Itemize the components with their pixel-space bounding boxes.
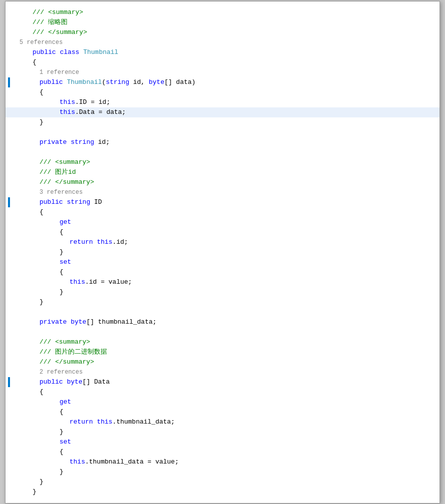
editor-window: /// <summary> /// 缩略图 /// </summary> 5 r… (5, 1, 440, 504)
keyword: public (32, 48, 56, 56)
gutter-bar (8, 377, 10, 387)
ref-count: 5 references (12, 37, 440, 47)
code-line: { (6, 227, 440, 237)
line-content: private byte[] thumbnail_data; (12, 317, 440, 327)
line-content: } (12, 297, 440, 307)
line-content: } (12, 487, 440, 497)
code-line (6, 147, 440, 157)
code-line: { (6, 447, 440, 457)
line-content: /// 图片id (12, 167, 440, 177)
code-area: /// <summary> /// 缩略图 /// </summary> 5 r… (6, 7, 440, 497)
line-content: { (12, 227, 440, 237)
line-content: } (12, 247, 440, 257)
code-line: public class Thumbnail (6, 47, 440, 57)
line-content: /// </summary> (12, 357, 440, 367)
line-content: { (12, 57, 440, 67)
code-line: /// 图片id (6, 167, 440, 177)
line-content: } (12, 467, 440, 477)
code-line: { (6, 267, 440, 277)
code-line (6, 127, 440, 137)
meta-line: 2 references (6, 367, 440, 377)
code-line: get (6, 217, 440, 227)
line-content: { (12, 407, 440, 417)
code-line: set (6, 257, 440, 267)
line-content: return this.thumbnail_data; (12, 417, 440, 427)
code-line: } (6, 467, 440, 477)
line-content: } (12, 117, 440, 127)
code-line: /// </summary> (6, 177, 440, 187)
code-line: /// 图片的二进制数据 (6, 347, 440, 357)
code-line: /// <summary> (6, 337, 440, 347)
ref-count: 2 references (12, 367, 82, 377)
line-content: /// 图片的二进制数据 (12, 347, 440, 357)
code-line: } (6, 297, 440, 307)
code-line: { (6, 57, 440, 67)
keyword: class (60, 48, 80, 56)
line-content: /// 缩略图 (12, 17, 440, 27)
meta-line: 5 references (6, 37, 440, 47)
code-line-highlighted: this.Data = data; (6, 107, 440, 117)
zh-text: 缩略图 (48, 18, 68, 26)
line-content: /// </summary> (12, 27, 440, 37)
line-content: public Thumbnail(string id, byte[] data) (12, 77, 440, 87)
line-content: /// <summary> (12, 337, 440, 347)
code-line: /// <summary> (6, 7, 440, 17)
gutter-bar (8, 197, 10, 207)
line-content: this.ID = id; (12, 97, 440, 107)
meta-line: 1 reference (6, 67, 440, 77)
line-content: this.Data = data; (12, 107, 440, 117)
comment-text: /// </summary> (32, 28, 87, 36)
code-line: public string ID (6, 197, 440, 207)
code-line: this.id = value; (6, 277, 440, 287)
code-line: { (6, 407, 440, 417)
gutter-bar (8, 77, 10, 87)
line-content: public string ID (12, 197, 440, 207)
gutter (6, 377, 12, 387)
code-line: private byte[] thumbnail_data; (6, 317, 440, 327)
class-name: Thumbnail (83, 48, 118, 56)
line-content: } (12, 287, 440, 297)
code-line: public Thumbnail(string id, byte[] data) (6, 77, 440, 87)
ref-count: 1 reference (12, 67, 79, 77)
line-content: this.thumbnail_data = value; (12, 457, 440, 467)
line-content: { (12, 207, 440, 217)
code-line: } (6, 117, 440, 127)
line-content: set (12, 257, 440, 267)
code-line: /// 缩略图 (6, 17, 440, 27)
comment-text: /// (32, 18, 48, 26)
code-line: private string id; (6, 137, 440, 147)
line-content: { (12, 87, 440, 97)
code-line: /// </summary> (6, 357, 440, 367)
code-line: public byte[] Data (6, 377, 440, 387)
line-content: this.id = value; (12, 277, 440, 287)
line-content: } (12, 427, 440, 437)
line-content: { (12, 267, 440, 277)
line-content: /// </summary> (12, 177, 440, 187)
code-line: set (6, 437, 440, 447)
gutter (6, 77, 12, 87)
code-line: return this.thumbnail_data; (6, 417, 440, 427)
line-content: private string id; (12, 137, 440, 147)
code-line (6, 327, 440, 337)
code-line: { (6, 207, 440, 217)
meta-line: 3 references (6, 187, 440, 197)
line-content: { (12, 447, 440, 457)
code-line: } (6, 287, 440, 297)
ref-count: 3 references (12, 187, 82, 197)
comment-text: /// <summary> (32, 8, 83, 16)
code-line: /// <summary> (6, 157, 440, 167)
line-content: set (12, 437, 440, 447)
code-line: } (6, 477, 440, 487)
code-line: /// </summary> (6, 27, 440, 37)
code-line: this.thumbnail_data = value; (6, 457, 440, 467)
line-content: get (12, 217, 440, 227)
line-content: public byte[] Data (12, 377, 440, 387)
code-line: { (6, 387, 440, 397)
code-line: this.ID = id; (6, 97, 440, 107)
code-line: return this.id; (6, 237, 440, 247)
line-content: } (12, 477, 440, 487)
line-content: /// <summary> (12, 157, 440, 167)
code-line: } (6, 247, 440, 257)
code-line: get (6, 397, 440, 407)
line-content: return this.id; (12, 237, 440, 247)
